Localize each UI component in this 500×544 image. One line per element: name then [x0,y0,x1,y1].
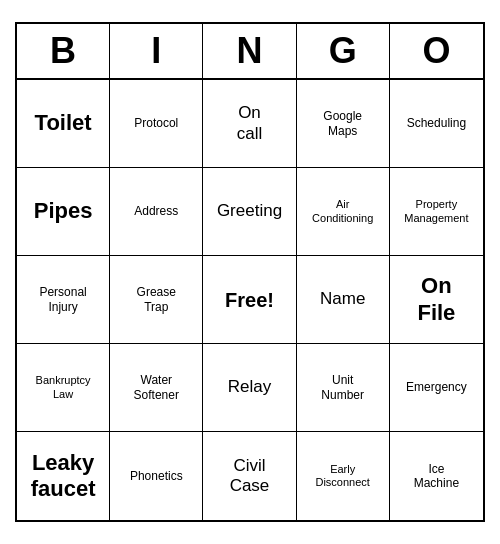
header-letter-g: G [297,24,390,78]
cell-text-15: BankruptcyLaw [36,374,91,400]
bingo-cell-8: AirConditioning [297,168,390,256]
cell-text-18: UnitNumber [321,373,364,402]
cell-text-13: Name [320,289,365,309]
bingo-cell-7: Greeting [203,168,296,256]
bingo-cell-0: Toilet [17,80,110,168]
bingo-cell-10: PersonalInjury [17,256,110,344]
bingo-cell-15: BankruptcyLaw [17,344,110,432]
cell-text-11: GreaseTrap [137,285,176,314]
bingo-cell-22: CivilCase [203,432,296,520]
cell-text-16: WaterSoftener [134,373,179,402]
cell-text-22: CivilCase [230,456,270,497]
bingo-cell-18: UnitNumber [297,344,390,432]
cell-text-7: Greeting [217,201,282,221]
bingo-cell-16: WaterSoftener [110,344,203,432]
bingo-cell-20: Leakyfaucet [17,432,110,520]
cell-text-5: Pipes [34,198,93,224]
bingo-card: BINGO ToiletProtocolOncallGoogleMapsSche… [15,22,485,522]
bingo-cell-21: Phonetics [110,432,203,520]
header-letter-o: O [390,24,483,78]
cell-text-21: Phonetics [130,469,183,483]
bingo-cell-14: OnFile [390,256,483,344]
bingo-cell-13: Name [297,256,390,344]
bingo-cell-9: PropertyManagement [390,168,483,256]
cell-text-6: Address [134,204,178,218]
bingo-cell-23: EarlyDisconnect [297,432,390,520]
cell-text-3: GoogleMaps [323,109,362,138]
bingo-cell-5: Pipes [17,168,110,256]
bingo-cell-1: Protocol [110,80,203,168]
bingo-cell-19: Emergency [390,344,483,432]
bingo-grid: ToiletProtocolOncallGoogleMapsScheduling… [17,80,483,520]
cell-text-20: Leakyfaucet [31,450,96,503]
bingo-cell-11: GreaseTrap [110,256,203,344]
cell-text-2: Oncall [237,103,263,144]
cell-text-8: AirConditioning [312,198,373,224]
bingo-cell-24: IceMachine [390,432,483,520]
bingo-cell-2: Oncall [203,80,296,168]
header-letter-i: I [110,24,203,78]
cell-text-1: Protocol [134,116,178,130]
cell-text-10: PersonalInjury [39,285,86,314]
cell-text-0: Toilet [35,110,92,136]
cell-text-4: Scheduling [407,116,466,130]
bingo-cell-6: Address [110,168,203,256]
bingo-cell-4: Scheduling [390,80,483,168]
cell-text-17: Relay [228,377,271,397]
cell-text-19: Emergency [406,380,467,394]
cell-text-9: PropertyManagement [404,198,468,224]
bingo-cell-17: Relay [203,344,296,432]
header-letter-n: N [203,24,296,78]
cell-text-23: EarlyDisconnect [315,463,369,489]
bingo-header: BINGO [17,24,483,80]
cell-text-14: OnFile [417,273,455,326]
bingo-cell-3: GoogleMaps [297,80,390,168]
bingo-cell-12: Free! [203,256,296,344]
cell-text-12: Free! [225,288,274,312]
header-letter-b: B [17,24,110,78]
cell-text-24: IceMachine [414,462,459,491]
